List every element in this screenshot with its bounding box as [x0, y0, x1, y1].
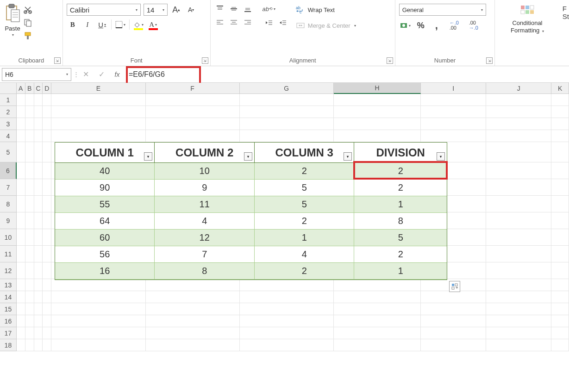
cell[interactable]: [334, 94, 421, 106]
cell[interactable]: [43, 339, 51, 351]
cell[interactable]: [43, 229, 51, 246]
table-cell[interactable]: 2: [255, 213, 354, 230]
row-header-2[interactable]: 2: [0, 106, 17, 118]
row-header-13[interactable]: 13: [0, 279, 17, 291]
cell[interactable]: [34, 229, 43, 246]
cell[interactable]: [421, 291, 486, 303]
cell[interactable]: [25, 291, 34, 303]
spreadsheet-grid[interactable]: ABCDEFGHIJK 123456789101112131415161718 …: [0, 83, 569, 351]
cell[interactable]: [551, 303, 569, 315]
cell[interactable]: [17, 229, 25, 246]
increase-indent-button[interactable]: [277, 18, 288, 28]
cell[interactable]: [51, 291, 145, 303]
table-header[interactable]: COLUMN 1▾: [55, 143, 155, 163]
cell[interactable]: [421, 303, 486, 315]
cell[interactable]: [486, 130, 551, 142]
cell[interactable]: [34, 339, 43, 351]
cell[interactable]: [34, 118, 43, 130]
table-cell[interactable]: 16: [55, 263, 155, 280]
cell[interactable]: [34, 291, 43, 303]
cell[interactable]: [17, 162, 25, 179]
table-cell[interactable]: 1: [354, 196, 447, 213]
table-cell[interactable]: 4: [255, 246, 354, 263]
cell[interactable]: [551, 229, 569, 246]
clipboard-dialog-launcher[interactable]: ⇲: [54, 57, 61, 64]
table-cell[interactable]: 10: [155, 163, 254, 180]
name-box[interactable]: H6▾: [2, 68, 71, 81]
table-header[interactable]: COLUMN 3▾: [255, 143, 354, 163]
font-name-selector[interactable]: Calibri▾: [67, 4, 141, 16]
cell[interactable]: [43, 246, 51, 262]
cell[interactable]: [43, 118, 51, 130]
table-cell[interactable]: 55: [55, 196, 155, 213]
cell[interactable]: [25, 94, 34, 106]
cell[interactable]: [421, 339, 486, 351]
cell[interactable]: [146, 339, 240, 351]
cell[interactable]: [25, 162, 34, 179]
cell[interactable]: [43, 179, 51, 196]
cell[interactable]: [51, 94, 145, 106]
cell[interactable]: [17, 118, 25, 130]
cell[interactable]: [486, 142, 551, 162]
cell[interactable]: [34, 327, 43, 339]
cell[interactable]: [486, 106, 551, 118]
alignment-dialog-launcher[interactable]: ⇲: [387, 57, 393, 64]
cell[interactable]: [486, 262, 551, 279]
cell[interactable]: [421, 106, 486, 118]
cell[interactable]: [486, 327, 551, 339]
align-bottom-button[interactable]: [242, 4, 253, 14]
cell[interactable]: [334, 339, 421, 351]
col-header-F[interactable]: F: [146, 83, 240, 94]
cell[interactable]: [43, 262, 51, 279]
cell[interactable]: [146, 315, 240, 327]
cell[interactable]: [486, 339, 551, 351]
cell[interactable]: [25, 327, 34, 339]
row-header-11[interactable]: 11: [0, 246, 17, 262]
cell[interactable]: [17, 246, 25, 262]
cell[interactable]: [34, 179, 43, 196]
cell[interactable]: [25, 339, 34, 351]
cell[interactable]: [51, 315, 145, 327]
row-header-9[interactable]: 9: [0, 212, 17, 229]
col-header-A[interactable]: A: [17, 83, 25, 94]
table-cell[interactable]: 60: [55, 230, 155, 246]
cut-icon[interactable]: [23, 6, 32, 14]
cell[interactable]: [51, 106, 145, 118]
cell[interactable]: [51, 327, 145, 339]
copy-icon[interactable]: [23, 19, 32, 27]
table-cell[interactable]: 2: [255, 263, 354, 280]
decrease-decimal-button[interactable]: .00→.0: [466, 19, 481, 31]
cell[interactable]: [146, 106, 240, 118]
row-header-3[interactable]: 3: [0, 118, 17, 130]
cell[interactable]: [43, 130, 51, 142]
cell[interactable]: [240, 327, 334, 339]
conditional-formatting-button[interactable]: Conditional Formatting ▾: [499, 2, 556, 34]
cell[interactable]: [146, 118, 240, 130]
cell[interactable]: [421, 118, 486, 130]
cell[interactable]: [240, 279, 334, 291]
row-header-7[interactable]: 7: [0, 179, 17, 196]
comma-button[interactable]: ,: [431, 19, 443, 31]
align-center-button[interactable]: [228, 18, 239, 28]
col-header-C[interactable]: C: [34, 83, 43, 94]
cell[interactable]: [240, 303, 334, 315]
filter-button[interactable]: ▾: [344, 152, 352, 161]
cell[interactable]: [34, 279, 43, 291]
cell[interactable]: [34, 130, 43, 142]
cell[interactable]: [43, 106, 51, 118]
cell[interactable]: [34, 212, 43, 229]
cell[interactable]: [34, 303, 43, 315]
cell[interactable]: [240, 315, 334, 327]
table-cell[interactable]: 1: [354, 263, 447, 280]
cell[interactable]: [146, 291, 240, 303]
cancel-formula-button[interactable]: ✕: [78, 68, 94, 81]
cell[interactable]: [25, 246, 34, 262]
cell[interactable]: [486, 179, 551, 196]
cell[interactable]: [34, 142, 43, 162]
table-cell[interactable]: 12: [155, 230, 254, 246]
cell[interactable]: [486, 94, 551, 106]
align-left-button[interactable]: [214, 18, 225, 28]
cell[interactable]: [421, 94, 486, 106]
cell[interactable]: [43, 327, 51, 339]
cell[interactable]: [43, 94, 51, 106]
